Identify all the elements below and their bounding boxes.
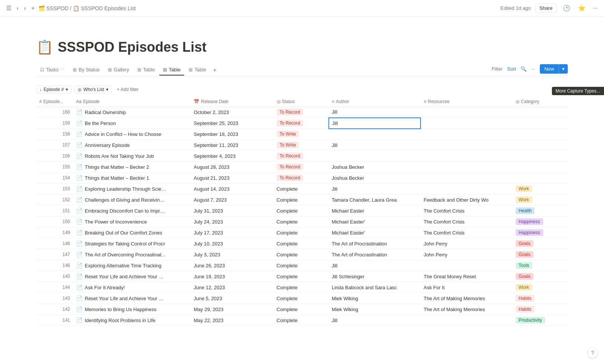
cell-episode[interactable]: 📄Radical Ownership <box>73 107 191 118</box>
cell-date[interactable]: July 10, 2023 <box>191 238 273 249</box>
cell-category[interactable]: Health <box>513 205 568 216</box>
table-row[interactable]: 158📄Advice in Conflict – How to ChooseSe… <box>36 129 568 140</box>
cell-resources[interactable] <box>421 184 513 194</box>
filter-button[interactable]: Filter <box>492 66 502 72</box>
cell-epnum[interactable]: 148 <box>36 238 73 249</box>
cell-date[interactable]: August 21, 2023 <box>191 173 273 184</box>
cell-author[interactable]: Michael Easter' <box>329 216 421 227</box>
cell-epnum[interactable]: 149 <box>36 227 73 238</box>
cell-date[interactable]: June 5, 2023 <box>191 293 273 304</box>
cell-resources[interactable]: The Comfort Crisis <box>421 216 513 227</box>
cell-author[interactable]: Miek Wiking <box>329 304 421 315</box>
cell-resources[interactable]: Feedback and Other Dirty Wo <box>421 194 513 205</box>
table-row[interactable]: 149📄Breaking Out of Our Comfort ZonesJul… <box>36 227 568 238</box>
cell-category[interactable]: Happiness <box>513 216 568 227</box>
cell-epnum[interactable]: 151 <box>36 205 73 216</box>
cell-status[interactable]: To Write <box>274 129 329 140</box>
cell-category[interactable]: Happiness <box>513 227 568 238</box>
col-epnum[interactable]: #Episode... <box>36 97 73 107</box>
cell-date[interactable]: October 2, 2023 <box>191 107 273 118</box>
history-icon[interactable]: 🕐 <box>561 3 572 13</box>
cell-resources[interactable] <box>421 315 513 326</box>
cell-category[interactable]: Goals <box>513 271 568 282</box>
cell-epnum[interactable]: 150 <box>36 216 73 227</box>
cell-author[interactable]: Michael Easter' <box>329 227 421 238</box>
cell-epnum[interactable]: 142 <box>36 304 73 315</box>
cell-epnum[interactable]: 160 <box>36 107 73 118</box>
cell-epnum[interactable]: 152 <box>36 194 73 205</box>
cell-episode[interactable]: 📄Robots Are Not Taking Your Job <box>73 151 191 162</box>
cell-category[interactable] <box>513 129 568 140</box>
cell-author[interactable]: Joshua Becker <box>329 173 421 184</box>
cell-date[interactable]: September 18, 2023 <box>191 129 273 140</box>
table-row[interactable]: 159📄Be the PersonSeptember 25, 2023To Re… <box>36 118 568 129</box>
cell-author[interactable] <box>329 118 421 129</box>
tab-table3[interactable]: ⊞ Table <box>185 65 210 76</box>
cell-resources[interactable]: The Comfort Crisis <box>421 227 513 238</box>
add-page-icon[interactable]: + <box>30 3 36 13</box>
cell-episode[interactable]: 📄Things that Matter – Becker 1 <box>73 173 191 184</box>
cell-status[interactable]: To Record <box>274 173 329 184</box>
cell-category[interactable]: Habits <box>513 304 568 315</box>
cell-epnum[interactable]: 145 <box>36 271 73 282</box>
cell-category[interactable] <box>513 151 568 162</box>
breadcrumb-2[interactable]: SSSPOD Episodes List <box>81 5 136 11</box>
cell-episode[interactable]: 📄The Power of Inconvenience <box>73 216 191 227</box>
cell-author[interactable]: Joshua Becker <box>329 162 421 173</box>
sort-button[interactable]: Sort <box>507 66 516 72</box>
menu-icon[interactable]: ☰ <box>5 3 13 13</box>
tasks-options-icon[interactable]: ⋯ <box>60 67 65 72</box>
table-row[interactable]: 153📄Exploring Leadership Through Science… <box>36 184 568 194</box>
cell-date[interactable]: June 26, 2023 <box>191 260 273 271</box>
cell-epnum[interactable]: 157 <box>36 140 73 151</box>
col-resources[interactable]: ≡Resources <box>421 97 513 107</box>
cell-epnum[interactable]: 146 <box>36 260 73 271</box>
cell-author[interactable]: Linda Babcock and Sara Lasc <box>329 282 421 293</box>
table-row[interactable]: 151📄Embracing Discomfort Can to ImproveJ… <box>36 205 568 216</box>
cell-epnum[interactable]: 155 <box>36 162 73 173</box>
cell-date[interactable]: July 17, 2023 <box>191 227 273 238</box>
cell-author[interactable]: Jill <box>329 184 421 194</box>
cell-author[interactable]: The Art of Procrastination <box>329 249 421 260</box>
breadcrumb-1[interactable]: SSSPOD <box>46 5 68 11</box>
cell-date[interactable]: August 14, 2023 <box>191 184 273 194</box>
back-icon[interactable]: ‹ <box>15 3 20 13</box>
cell-episode[interactable]: 📄Breaking Out of Our Comfort Zones <box>73 227 191 238</box>
table-row[interactable]: 147📄The Art of Overcoming Procrastinatio… <box>36 249 568 260</box>
cell-episode[interactable]: 📄Exploring Leadership Through Science <box>73 184 191 194</box>
col-episode[interactable]: AaEpisode <box>73 97 191 107</box>
cell-category[interactable]: Habits <box>513 293 568 304</box>
star-icon[interactable]: ⭐ <box>576 3 587 13</box>
cell-author[interactable]: Jill <box>329 260 421 271</box>
table-row[interactable]: 157📄Anniversary EpisodeSeptember 11, 202… <box>36 140 568 151</box>
cell-category[interactable] <box>513 118 568 129</box>
cell-status[interactable]: To Record <box>274 162 329 173</box>
add-tab-button[interactable]: + <box>211 65 219 75</box>
cell-episode[interactable]: 📄Things that Matter – Becker 2 <box>73 162 191 173</box>
cell-author[interactable]: Jill <box>329 107 421 118</box>
cell-author[interactable]: Jill Schlesinger <box>329 271 421 282</box>
more-icon[interactable]: ··· <box>592 3 599 13</box>
cell-date[interactable]: July 31, 2023 <box>191 205 273 216</box>
cell-resources[interactable]: Ask For It <box>421 282 513 293</box>
col-category[interactable]: ◎Category <box>513 97 568 107</box>
table-row[interactable]: 141📄Identifying Root Problems in LifeMay… <box>36 315 568 326</box>
author-input[interactable] <box>332 120 418 126</box>
tab-tasks[interactable]: ☑ Tasks ⋯ <box>36 65 68 76</box>
cell-status[interactable]: To Write <box>274 140 329 151</box>
cell-episode[interactable]: 📄Ask For It Already! <box>73 282 191 293</box>
cell-date[interactable]: June 19, 2023 <box>191 271 273 282</box>
cell-episode[interactable]: 📄Exploring Alternative Time Tracking <box>73 260 191 271</box>
cell-epnum[interactable]: 158 <box>36 129 73 140</box>
cell-category[interactable] <box>513 173 568 184</box>
cell-date[interactable]: May 22, 2023 <box>191 315 273 326</box>
tab-gallery[interactable]: ⊞ Gallery <box>104 65 133 76</box>
cell-episode[interactable]: 📄Anniversary Episode <box>73 140 191 151</box>
cell-epnum[interactable]: 144 <box>36 282 73 293</box>
cell-date[interactable]: August 28, 2023 <box>191 162 273 173</box>
table-row[interactable]: 146📄Exploring Alternative Time TrackingJ… <box>36 260 568 271</box>
cell-author[interactable] <box>329 151 421 162</box>
cell-category[interactable] <box>513 107 568 118</box>
cell-resources[interactable] <box>421 140 513 151</box>
cell-resources[interactable]: The Great Money Reset <box>421 271 513 282</box>
